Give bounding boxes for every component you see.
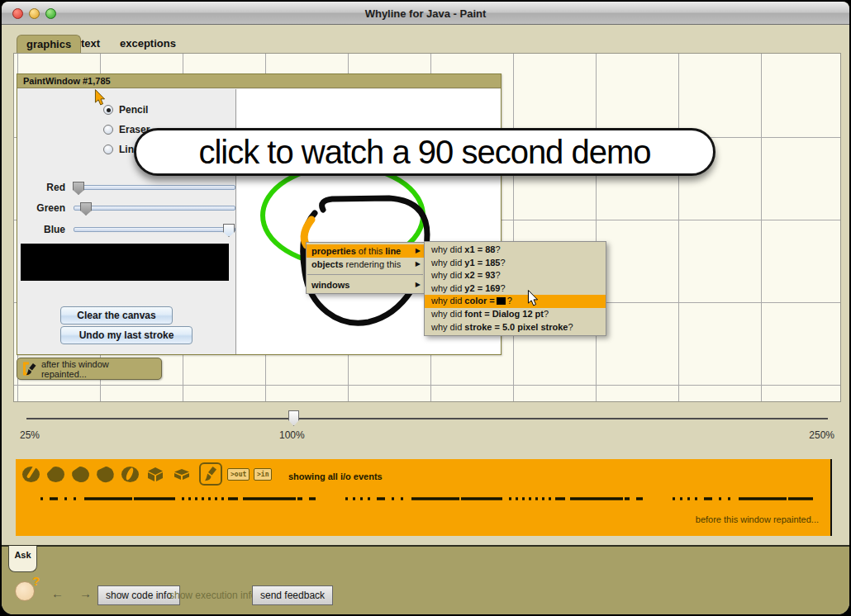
window-title: Whyline for Java - Paint — [2, 7, 849, 20]
color-value-swatch — [497, 297, 506, 305]
paintbrush-icon — [22, 362, 37, 377]
clear-canvas-button[interactable]: Clear the canvas — [60, 306, 173, 325]
zoom-current-label: 100% — [279, 429, 305, 441]
green-slider: Green — [29, 201, 239, 216]
submenu-arrow-icon: ▶ — [416, 258, 421, 271]
question-mark-icon: ? — [32, 574, 40, 588]
menu-item-why-font[interactable]: why did font = Dialog 12 pt? — [425, 308, 606, 321]
step-in-button[interactable]: >in — [254, 468, 272, 481]
menu-item-properties[interactable]: properties of this line ▶ — [307, 244, 424, 258]
menu-separator — [307, 274, 423, 275]
blue-slider-thumb[interactable] — [223, 224, 235, 237]
orange-cursor-icon — [94, 89, 106, 106]
zoom-min-label: 25% — [20, 429, 40, 441]
green-slider-track[interactable] — [74, 206, 235, 211]
step-out-button[interactable]: >out — [227, 468, 250, 481]
app-window: Whyline for Java - Paint graphics text e… — [2, 2, 849, 614]
menu-item-windows[interactable]: windows ▶ — [307, 278, 424, 291]
event-filter-pie-icon[interactable] — [94, 464, 116, 485]
menu-item-why-y2[interactable]: why did y2 = 169? — [425, 282, 606, 296]
zoom-slider-thumb[interactable] — [288, 410, 299, 426]
event-filter-pie-icon[interactable] — [47, 467, 64, 482]
submenu-arrow-icon: ▶ — [416, 244, 421, 258]
forward-arrow-button[interactable]: → — [79, 586, 92, 600]
event-timeline-track[interactable] — [40, 495, 813, 502]
ask-tab[interactable]: Ask — [8, 546, 37, 572]
timeline-status: showing all i/o events — [288, 471, 383, 481]
submenu-arrow-icon: ▶ — [416, 278, 421, 291]
titlebar: Whyline for Java - Paint — [2, 2, 849, 25]
context-menu: properties of this line ▶ objects render… — [306, 242, 425, 294]
timeline-bar: >out >in showing all i/o events before t… — [16, 459, 832, 536]
color-swatch — [21, 244, 229, 281]
menu-item-objects[interactable]: objects rendering this ▶ — [307, 258, 424, 271]
tab-exceptions[interactable]: exceptions — [120, 37, 176, 50]
red-slider-track[interactable] — [74, 185, 235, 190]
green-slider-thumb[interactable] — [80, 202, 92, 216]
menu-item-why-x1[interactable]: why did x1 = 88? — [425, 244, 606, 257]
zoom-slider-track[interactable] — [26, 418, 828, 419]
screen: Whyline for Java - Paint graphics text e… — [0, 0, 851, 616]
tool-option-pencil[interactable]: Pencil — [103, 104, 148, 116]
menu-item-why-x2[interactable]: why did x2 = 93? — [425, 269, 606, 282]
blue-slider-track[interactable] — [74, 227, 235, 232]
menu-item-why-y1[interactable]: why did y1 = 185? — [425, 257, 606, 270]
show-code-info-button[interactable]: show code info — [97, 585, 180, 605]
show-execution-info-disabled: show execution info — [169, 590, 256, 601]
event-filter-band-icon[interactable] — [121, 467, 139, 482]
menu-item-why-color[interactable]: why did color =? — [425, 295, 606, 308]
paint-events-toggle[interactable] — [199, 462, 222, 486]
event-filter-box-icon[interactable] — [146, 466, 164, 483]
radio-line-icon[interactable] — [103, 145, 113, 154]
red-slider-thumb[interactable] — [73, 182, 84, 195]
tab-graphics[interactable]: graphics — [17, 35, 81, 53]
demo-callout[interactable]: click to watch a 90 second demo — [134, 128, 716, 176]
after-repaint-label: after this window repainted... — [41, 359, 156, 379]
event-filter-pie-icon[interactable] — [71, 465, 91, 483]
tab-text[interactable]: text — [81, 37, 100, 50]
timeline-note: before this window repainted... — [696, 514, 819, 524]
blue-slider-label: Blue — [29, 224, 65, 235]
undo-stroke-button[interactable]: Undo my last stroke — [60, 326, 193, 344]
red-slider-label: Red — [29, 182, 65, 193]
question-submenu: why did x1 = 88? why did y1 = 185? why d… — [424, 241, 606, 336]
radio-eraser-icon[interactable] — [103, 125, 113, 135]
paintbrush-icon — [202, 466, 219, 482]
back-arrow-button[interactable]: ← — [51, 586, 64, 600]
blue-slider: Blue — [29, 223, 239, 237]
tool-label: Pencil — [119, 104, 148, 116]
red-slider: Red — [29, 181, 239, 195]
green-slider-label: Green — [29, 202, 65, 214]
menu-item-why-stroke[interactable]: why did stroke = 5.0 pixel stroke? — [425, 321, 606, 334]
event-filter-sliced-icon[interactable] — [22, 467, 40, 482]
send-feedback-button[interactable]: send feedback — [252, 585, 333, 605]
after-repaint-button[interactable]: after this window repainted... — [17, 358, 162, 380]
zoom-max-label: 250% — [793, 429, 834, 441]
event-filter-flatbox-icon[interactable] — [173, 468, 191, 481]
radio-pencil-icon[interactable] — [103, 105, 113, 115]
mouse-cursor-icon — [527, 290, 539, 306]
paint-window-title[interactable]: PaintWindow #1,785 — [17, 74, 501, 88]
